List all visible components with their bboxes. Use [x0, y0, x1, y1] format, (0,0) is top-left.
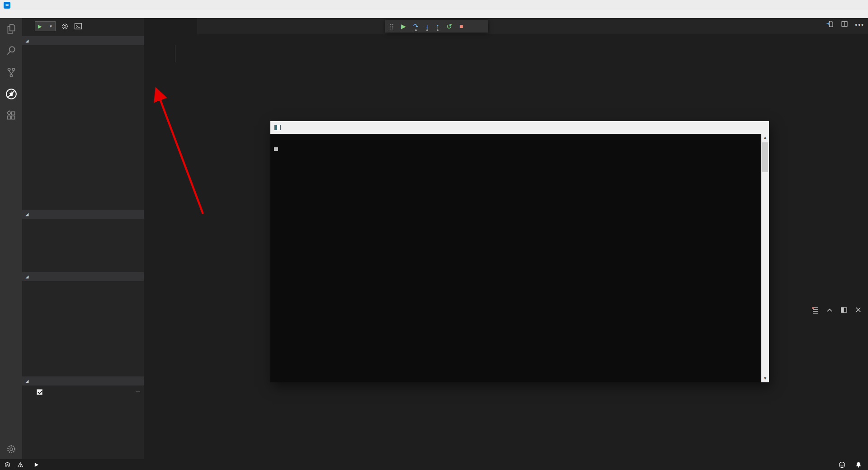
section-call-stack[interactable]: ◢: [22, 272, 144, 281]
open-changes-icon[interactable]: [826, 20, 834, 30]
twistie-expanded-icon: ◢: [26, 212, 30, 216]
section-breakpoints[interactable]: ◢: [22, 376, 144, 385]
clear-console-icon[interactable]: [811, 306, 819, 315]
launch-config-dropdown[interactable]: ▶ ▼: [35, 21, 56, 31]
vscode-logo-icon: ∞: [4, 2, 10, 9]
breakpoint-item[interactable]: [22, 387, 144, 397]
errors-icon[interactable]: [5, 462, 12, 468]
console-window-controls: [709, 121, 769, 134]
restart-icon[interactable]: ↺: [447, 23, 453, 30]
console-cursor: [274, 147, 278, 151]
window-controls: [807, 0, 868, 10]
status-right: [829, 461, 868, 468]
twistie-expanded-icon: ◢: [26, 275, 30, 279]
manage-gear-icon[interactable]: [0, 444, 22, 455]
editor-tab-bar: [144, 18, 868, 34]
start-debug-icon[interactable]: ▶: [38, 24, 42, 29]
configure-gear-icon[interactable]: [61, 23, 69, 30]
notifications-bell-icon[interactable]: [855, 461, 862, 468]
panel-actions: [811, 306, 862, 315]
console-titlebar[interactable]: [270, 121, 769, 134]
status-left: [0, 462, 42, 468]
more-actions-icon[interactable]: •••: [855, 21, 864, 28]
breakpoint-checkbox[interactable]: [37, 389, 42, 395]
warnings-icon[interactable]: [17, 462, 25, 468]
close-panel-icon[interactable]: [855, 306, 862, 315]
step-out-icon[interactable]: ↑: [436, 23, 439, 29]
maximize-button[interactable]: [827, 0, 848, 10]
activity-bar: [0, 18, 22, 459]
console-close-button[interactable]: [749, 121, 769, 134]
toolbar-drag-grip[interactable]: [390, 24, 394, 29]
chevron-down-icon: ▼: [49, 24, 52, 28]
scrollbar-thumb[interactable]: [762, 142, 768, 172]
explorer-icon[interactable]: [0, 18, 22, 40]
search-icon[interactable]: [0, 40, 22, 61]
section-variables[interactable]: ◢: [22, 36, 144, 45]
close-button[interactable]: [848, 0, 868, 10]
console-scrollbar[interactable]: ▲ ▼: [761, 134, 769, 382]
debug-console-icon[interactable]: [74, 23, 82, 30]
step-over-icon[interactable]: ↷: [413, 23, 419, 29]
continue-icon[interactable]: ▶: [401, 23, 406, 29]
status-bar: [0, 459, 868, 470]
twistie-expanded-icon: ◢: [26, 379, 30, 383]
maximize-panel-icon[interactable]: [826, 306, 833, 315]
menu-bar: [0, 10, 868, 18]
step-into-icon[interactable]: ↓: [426, 23, 429, 29]
split-editor-icon[interactable]: [840, 20, 849, 30]
console-maximize-button[interactable]: [729, 121, 749, 134]
debug-sidebar-toolbar: ▶ ▼: [22, 18, 144, 34]
stop-icon[interactable]: ■: [459, 23, 463, 29]
breakpoint-line-badge: [136, 391, 140, 392]
debug-toolbar: ▶ ↷ ↓ ↑ ↺ ■: [385, 20, 488, 33]
section-watch[interactable]: ◢: [22, 210, 144, 219]
scroll-down-icon[interactable]: ▼: [761, 375, 769, 382]
minimize-button[interactable]: [807, 0, 827, 10]
launch-status[interactable]: [34, 462, 42, 467]
console-minimize-button[interactable]: [709, 121, 729, 134]
breakpoint-dot-icon: [28, 390, 33, 395]
debug-sidebar: ▶ ▼ ◢ ◢ ◢ ◢: [22, 18, 144, 459]
console-content: ▲ ▼: [270, 134, 769, 382]
panel-position-icon[interactable]: [840, 306, 848, 315]
indent-guide: [175, 45, 175, 62]
twistie-expanded-icon: ◢: [26, 39, 30, 43]
source-control-icon[interactable]: [0, 61, 22, 83]
window-titlebar: ∞: [0, 0, 868, 10]
editor-actions: •••: [826, 20, 864, 30]
console-window[interactable]: ▲ ▼: [270, 121, 769, 382]
tab-hello-cpp[interactable]: [144, 18, 197, 34]
console-app-icon: [274, 125, 281, 130]
feedback-smiley-icon[interactable]: [839, 461, 845, 468]
scroll-up-icon[interactable]: ▲: [761, 134, 769, 141]
debug-icon[interactable]: [0, 83, 22, 105]
extensions-icon[interactable]: [0, 105, 22, 127]
